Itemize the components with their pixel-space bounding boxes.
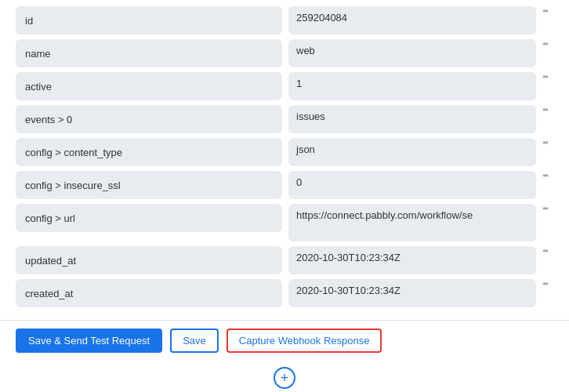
table-row: id⬌ xyxy=(16,6,553,34)
field-value[interactable] xyxy=(288,6,536,34)
field-label: config > insecure_ssl xyxy=(16,171,282,199)
resize-handle-icon: ⬌ xyxy=(542,105,553,117)
field-label: id xyxy=(16,6,282,34)
table-row: created_at⬌ xyxy=(16,279,553,307)
table-row: name⬌ xyxy=(16,39,553,67)
scroll-area[interactable]: id⬌name⬌active⬌events > 0⬌config > conte… xyxy=(0,0,569,320)
field-label: updated_at xyxy=(16,246,282,274)
field-value[interactable] xyxy=(288,279,536,307)
table-row: config > content_type⬌ xyxy=(16,138,553,166)
table-row: config > insecure_ssl⬌ xyxy=(16,171,553,199)
table-row: updated_at⬌ xyxy=(16,246,553,274)
field-label: name xyxy=(16,39,282,67)
table-row: active⬌ xyxy=(16,72,553,100)
resize-handle-icon: ⬌ xyxy=(542,171,553,183)
field-label: events > 0 xyxy=(16,105,282,133)
field-label: config > content_type xyxy=(16,138,282,166)
field-value[interactable] xyxy=(288,72,536,100)
field-value[interactable] xyxy=(288,171,536,199)
capture-webhook-button[interactable]: Capture Webhook Response xyxy=(227,328,382,353)
resize-handle-icon: ⬌ xyxy=(542,72,553,84)
field-value[interactable] xyxy=(288,39,536,67)
save-button[interactable]: Save xyxy=(170,328,219,353)
save-send-button[interactable]: Save & Send Test Request xyxy=(16,328,162,353)
resize-handle-icon: ⬌ xyxy=(542,138,553,150)
field-value[interactable] xyxy=(288,105,536,133)
main-container: id⬌name⬌active⬌events > 0⬌config > conte… xyxy=(0,0,569,392)
add-field-button[interactable]: + xyxy=(274,367,295,389)
resize-handle-icon: ⬌ xyxy=(542,246,553,258)
resize-handle-icon: ⬌ xyxy=(542,6,553,18)
table-row: config > url⬌ xyxy=(16,204,553,241)
field-label: config > url xyxy=(16,204,282,232)
field-label: created_at xyxy=(16,279,282,307)
footer-bar: Save & Send Test Request Save Capture We… xyxy=(0,320,569,361)
field-value[interactable] xyxy=(288,138,536,166)
resize-handle-icon: ⬌ xyxy=(542,39,553,51)
field-label: active xyxy=(16,72,282,100)
resize-handle-icon: ⬌ xyxy=(542,279,553,291)
resize-handle-icon: ⬌ xyxy=(542,204,553,216)
plus-row: + xyxy=(0,361,569,392)
field-value[interactable] xyxy=(288,246,536,274)
field-value[interactable] xyxy=(288,204,536,241)
table-row: events > 0⬌ xyxy=(16,105,553,133)
